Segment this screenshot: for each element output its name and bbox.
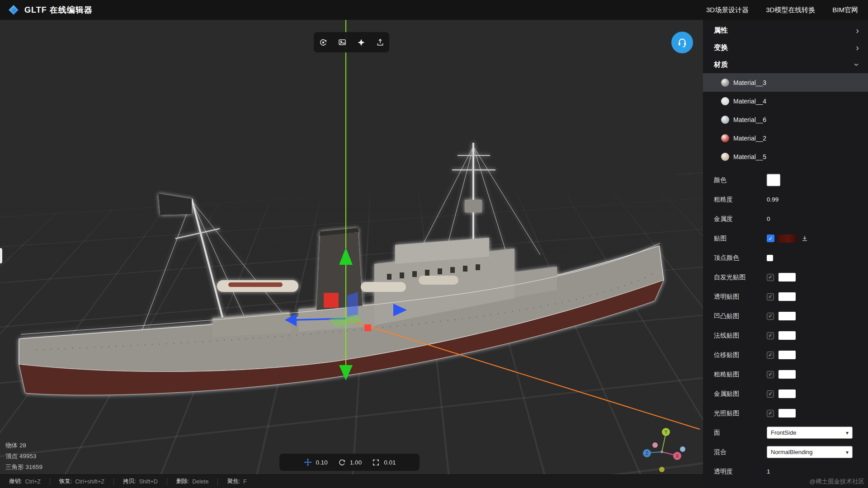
material-item-5[interactable]: Material__5 xyxy=(703,147,868,166)
material-sphere-icon xyxy=(721,153,729,161)
map-checkbox[interactable]: ✓ xyxy=(767,235,774,242)
axis-neg-z-ball[interactable] xyxy=(680,446,685,452)
prop-normal-map: 法线贴图 ✓ xyxy=(703,326,868,345)
top-nav: 3D场景设计器 3D模型在线转换 BIM官网 xyxy=(706,6,868,14)
blending-select[interactable]: NormalBlending ▾ xyxy=(767,446,853,458)
gizmo-plane-yz[interactable] xyxy=(347,292,358,318)
roughness-map-checkbox[interactable]: ✓ xyxy=(767,371,774,378)
prop-roughness-map: 粗糙贴图 ✓ xyxy=(703,365,868,384)
stat-objects: 物体28 xyxy=(5,440,44,451)
export-image-icon[interactable] xyxy=(335,35,350,50)
displacement-map-swatch[interactable] xyxy=(778,351,796,359)
normal-map-checkbox[interactable]: ✓ xyxy=(767,332,774,339)
prop-displacement-map: 位移贴图 ✓ xyxy=(703,345,868,365)
scale-snap[interactable]: 0.01 xyxy=(370,458,397,467)
headset-icon xyxy=(676,37,688,48)
stat-vertices: 顶点49953 xyxy=(5,451,44,462)
prop-side: 面 FrontSide ▾ xyxy=(703,423,868,442)
light-map-swatch[interactable] xyxy=(778,409,796,418)
section-transform[interactable]: 变换 › xyxy=(703,39,868,56)
normal-map-swatch[interactable] xyxy=(778,331,796,340)
alpha-map-swatch[interactable] xyxy=(778,292,796,301)
shortcut-statusbar: 撤销:Ctrl+Z 恢复:Ctrl+shift+Z 拷贝:Shift+D 删除:… xyxy=(0,474,703,488)
ship-model[interactable] xyxy=(19,143,664,395)
nav-bim-site[interactable]: BIM官网 xyxy=(832,6,858,14)
material-properties: 颜色 粗糙度 0.99 金属度 0 贴图 ✓ 顶点颜色 自发光贴图 xyxy=(703,170,868,481)
mast-flag xyxy=(158,193,192,215)
metalness-value[interactable]: 0 xyxy=(767,216,770,222)
stat-triangles: 三角形31659 xyxy=(5,462,44,473)
metalness-map-checkbox[interactable]: ✓ xyxy=(767,390,774,398)
svg-text:X: X xyxy=(676,454,679,459)
properties-sidebar: 属性 › 变换 › 材质 › Material__3 Material__4 M… xyxy=(703,20,868,488)
emissive-map-swatch[interactable] xyxy=(778,273,796,282)
section-material[interactable]: 材质 › xyxy=(703,56,868,73)
svg-text:Z: Z xyxy=(646,451,648,456)
transform-gizmo[interactable] xyxy=(285,20,700,429)
prop-map: 贴图 ✓ xyxy=(703,229,868,248)
app-title: GLTF 在线编辑器 xyxy=(24,5,93,15)
snap-toolbar: 0.10 1.00 0.01 xyxy=(279,454,420,471)
download-icon xyxy=(801,235,808,242)
nav-scene-designer[interactable]: 3D场景设计器 xyxy=(706,6,749,14)
material-sphere-icon xyxy=(721,97,729,105)
translate-icon xyxy=(303,458,312,467)
vertex-colors-checkbox[interactable] xyxy=(767,255,773,261)
rotate-snap[interactable]: 1.00 xyxy=(336,458,363,467)
left-panel-handle[interactable] xyxy=(0,248,2,263)
chevron-right-icon: › xyxy=(856,43,859,52)
metalness-map-swatch[interactable] xyxy=(778,389,796,398)
material-list: Material__3 Material__4 Material__6 Mate… xyxy=(703,73,868,166)
bump-map-swatch[interactable] xyxy=(778,312,796,320)
color-picker-swatch[interactable] xyxy=(767,174,780,186)
model-layer xyxy=(0,20,703,474)
svg-text:Y: Y xyxy=(665,430,668,435)
material-item-4[interactable]: Material__4 xyxy=(703,92,868,110)
section-attributes[interactable]: 属性 › xyxy=(703,22,868,39)
app-logo-icon xyxy=(8,5,19,15)
axis-neg-y-ball[interactable] xyxy=(659,467,665,472)
top-bar: GLTF 在线编辑器 3D场景设计器 3D模型在线转换 BIM官网 xyxy=(0,0,868,20)
material-item-3[interactable]: Material__3 xyxy=(703,73,868,92)
axis-center-dot xyxy=(660,450,663,453)
chevron-down-icon: › xyxy=(853,63,862,66)
prop-color: 颜色 xyxy=(703,170,868,190)
material-sphere-icon xyxy=(721,134,729,142)
material-item-2[interactable]: Material__2 xyxy=(703,129,868,147)
brand: GLTF 在线编辑器 xyxy=(0,5,93,15)
nav-model-converter[interactable]: 3D模型在线转换 xyxy=(766,6,815,14)
center-focus-icon[interactable] xyxy=(354,35,369,50)
prop-blending: 混合 NormalBlending ▾ xyxy=(703,442,868,462)
gizmo-red-handle-small[interactable] xyxy=(364,324,371,331)
displacement-map-checkbox[interactable]: ✓ xyxy=(767,352,774,359)
viewport-3d[interactable]: 物体28 顶点49953 三角形31659 0.10 xyxy=(0,20,703,488)
opacity-value[interactable]: 1 xyxy=(767,468,770,475)
material-item-6[interactable]: Material__6 xyxy=(703,110,868,129)
download-map-button[interactable] xyxy=(801,235,808,242)
roughness-map-swatch[interactable] xyxy=(778,370,796,379)
watermark: @稀土掘金技术社区 xyxy=(809,478,864,486)
emissive-map-checkbox[interactable]: ✓ xyxy=(767,274,774,281)
reload-model-icon[interactable] xyxy=(316,35,331,50)
lifeboat-1-stripe xyxy=(228,282,283,287)
lifeboat-2 xyxy=(361,282,406,292)
shortcut-copy: 拷贝:Shift+D xyxy=(114,478,167,485)
gizmo-red-handle[interactable] xyxy=(324,293,339,308)
axis-orientation-widget[interactable]: Y X Z xyxy=(641,426,686,473)
prop-emissive-map: 自发光贴图 ✓ xyxy=(703,267,868,287)
alpha-map-checkbox[interactable]: ✓ xyxy=(767,293,774,300)
rotate-icon xyxy=(338,458,346,467)
share-icon[interactable] xyxy=(373,35,388,50)
side-select[interactable]: FrontSide ▾ xyxy=(767,427,853,439)
bump-map-checkbox[interactable]: ✓ xyxy=(767,313,774,320)
translate-snap[interactable]: 0.10 xyxy=(302,458,330,467)
support-button[interactable] xyxy=(671,32,693,53)
scene-canvas[interactable]: 物体28 顶点49953 三角形31659 0.10 xyxy=(0,20,703,474)
light-map-checkbox[interactable]: ✓ xyxy=(767,410,774,417)
map-texture-swatch[interactable] xyxy=(778,235,797,243)
viewport-toolbar xyxy=(314,32,389,52)
axis-neg-x-ball[interactable] xyxy=(652,442,658,448)
select-arrow-icon: ▾ xyxy=(846,430,849,436)
prop-alpha-map: 透明贴图 ✓ xyxy=(703,287,868,306)
roughness-value[interactable]: 0.99 xyxy=(767,196,778,203)
